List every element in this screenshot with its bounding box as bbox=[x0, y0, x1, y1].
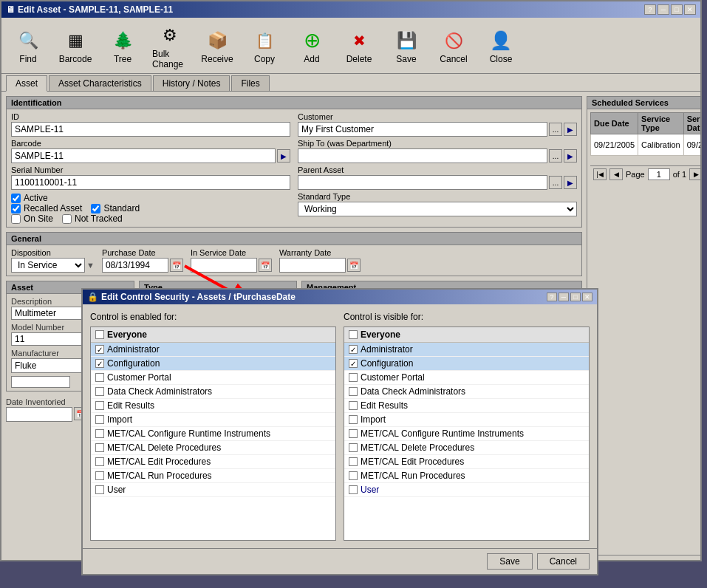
id-input[interactable] bbox=[11, 122, 290, 137]
list-item-user-enabled[interactable]: User bbox=[91, 483, 335, 497]
tab-characteristics[interactable]: Asset Characteristics bbox=[49, 75, 151, 91]
visible-everyone-checkbox[interactable] bbox=[349, 330, 358, 339]
list-item-user-visible[interactable]: User bbox=[344, 483, 589, 497]
admin-enabled-checkbox[interactable] bbox=[95, 345, 104, 354]
list-item-import-visible[interactable]: Import bbox=[344, 413, 589, 427]
modal-close-btn[interactable]: ✕ bbox=[582, 293, 592, 301]
find-button[interactable]: 🔍 Find bbox=[7, 24, 49, 67]
list-item-config-enabled[interactable]: Configuration bbox=[91, 357, 335, 371]
page-input[interactable] bbox=[648, 168, 670, 180]
disposition-select[interactable]: In Service bbox=[11, 258, 85, 273]
modal-save-btn[interactable]: Save bbox=[487, 553, 532, 570]
portal-visible-checkbox[interactable] bbox=[349, 373, 358, 382]
user-visible-checkbox[interactable] bbox=[349, 485, 358, 494]
import-visible-checkbox[interactable] bbox=[349, 415, 358, 424]
editresults-visible-checkbox[interactable] bbox=[349, 401, 358, 410]
list-item-metcal-edit-visible[interactable]: MET/CAL Edit Procedures bbox=[344, 455, 589, 469]
parent-input[interactable] bbox=[298, 175, 547, 190]
copy-button[interactable]: 📋 Copy bbox=[244, 24, 285, 67]
admin-visible-checkbox[interactable] bbox=[349, 345, 358, 354]
list-item-portal-enabled[interactable]: Customer Portal bbox=[91, 371, 335, 385]
modal-minimize-btn[interactable]: ─ bbox=[559, 293, 569, 301]
standard-type-select[interactable]: Working Reference bbox=[298, 202, 577, 216]
metcal-edit-enabled-checkbox[interactable] bbox=[95, 457, 104, 466]
asset-extra-input[interactable] bbox=[11, 376, 70, 388]
table-row[interactable]: 09/21/2005 Calibration 09/21/2004 365 Da… bbox=[591, 134, 701, 156]
list-item-import-enabled[interactable]: Import bbox=[91, 413, 335, 427]
nav-next-btn[interactable]: ▶ bbox=[689, 168, 700, 180]
close-button[interactable]: 👤 Close bbox=[480, 24, 522, 67]
recalled-checkbox[interactable] bbox=[11, 204, 21, 213]
config-visible-checkbox[interactable] bbox=[349, 359, 358, 368]
delete-button[interactable]: ✖ Delete bbox=[338, 24, 380, 67]
tab-files[interactable]: Files bbox=[231, 75, 269, 91]
metcal-run-visible-checkbox[interactable] bbox=[349, 471, 358, 480]
ship-to-nav-btn[interactable]: ▶ bbox=[564, 149, 577, 163]
close-btn[interactable]: ✕ bbox=[684, 4, 696, 15]
ship-to-browse-btn[interactable]: ... bbox=[549, 149, 562, 163]
serial-input[interactable] bbox=[11, 175, 290, 190]
not-tracked-checkbox[interactable] bbox=[62, 214, 72, 224]
user-enabled-checkbox[interactable] bbox=[95, 485, 104, 494]
tab-asset[interactable]: Asset bbox=[6, 75, 47, 92]
metcal-run-enabled-checkbox[interactable] bbox=[95, 471, 104, 480]
date-inventoried-input[interactable] bbox=[6, 407, 72, 422]
modal-maximize-btn[interactable]: □ bbox=[570, 293, 581, 301]
visible-list[interactable]: Everyone Administrator Configuration Cus… bbox=[344, 327, 590, 541]
list-item-config-visible[interactable]: Configuration bbox=[344, 357, 589, 371]
list-item-metcal-run-visible[interactable]: MET/CAL Run Procedures bbox=[344, 469, 589, 483]
warranty-input[interactable] bbox=[279, 258, 346, 273]
list-item-metcal-config-visible[interactable]: MET/CAL Configure Runtime Instruments bbox=[344, 427, 589, 441]
receive-button[interactable]: 📦 Receive bbox=[197, 24, 238, 67]
bulk-change-button[interactable]: ⚙ Bulk Change bbox=[149, 19, 191, 72]
active-checkbox[interactable] bbox=[11, 194, 21, 203]
parent-browse-btn[interactable]: ... bbox=[549, 176, 562, 189]
in-service-cal-btn[interactable]: 📅 bbox=[259, 259, 272, 272]
metcal-delete-visible-checkbox[interactable] bbox=[349, 443, 358, 452]
onsite-checkbox[interactable] bbox=[11, 214, 21, 224]
maximize-btn[interactable]: □ bbox=[671, 4, 683, 15]
metcal-edit-visible-checkbox[interactable] bbox=[349, 457, 358, 466]
list-item-portal-visible[interactable]: Customer Portal bbox=[344, 371, 589, 385]
config-enabled-checkbox[interactable] bbox=[95, 359, 104, 368]
customer-browse-btn[interactable]: ... bbox=[549, 123, 562, 136]
standard-checkbox[interactable] bbox=[91, 204, 100, 213]
list-item-editresults-visible[interactable]: Edit Results bbox=[344, 399, 589, 413]
editresults-enabled-checkbox[interactable] bbox=[95, 401, 104, 410]
list-item-datacheck-visible[interactable]: Data Check Administrators bbox=[344, 385, 589, 399]
add-button[interactable]: ⊕ Add bbox=[291, 24, 332, 67]
customer-input[interactable] bbox=[298, 122, 547, 137]
list-item-metcal-edit-enabled[interactable]: MET/CAL Edit Procedures bbox=[91, 455, 335, 469]
enabled-list[interactable]: Everyone Administrator Configuration Cus… bbox=[90, 327, 336, 541]
list-item-admin-enabled[interactable]: Administrator bbox=[91, 343, 335, 357]
barcode-nav-btn[interactable]: ▶ bbox=[277, 149, 290, 163]
help-btn[interactable]: ? bbox=[644, 4, 656, 15]
list-item-metcal-delete-visible[interactable]: MET/CAL Delete Procedures bbox=[344, 441, 589, 455]
tree-button[interactable]: 🌲 Tree bbox=[102, 24, 143, 67]
barcode-button[interactable]: ▦ Barcode bbox=[55, 24, 96, 67]
purchase-date-cal-btn[interactable]: 📅 bbox=[170, 259, 183, 272]
in-service-input[interactable] bbox=[191, 258, 257, 273]
modal-cancel-btn[interactable]: Cancel bbox=[537, 553, 590, 570]
minimize-btn[interactable]: ─ bbox=[658, 4, 669, 15]
metcal-config-enabled-checkbox[interactable] bbox=[95, 429, 104, 438]
tab-history[interactable]: History / Notes bbox=[153, 75, 230, 91]
warranty-cal-btn[interactable]: 📅 bbox=[347, 259, 361, 272]
cancel-button[interactable]: 🚫 Cancel bbox=[433, 24, 474, 67]
nav-first-btn[interactable]: |◀ bbox=[593, 168, 607, 180]
ship-to-input[interactable] bbox=[298, 148, 547, 163]
barcode-input[interactable] bbox=[11, 148, 276, 163]
enabled-everyone-checkbox[interactable] bbox=[95, 330, 104, 339]
save-button[interactable]: 💾 Save bbox=[386, 24, 427, 67]
customer-nav-btn[interactable]: ▶ bbox=[564, 123, 577, 136]
parent-nav-btn[interactable]: ▶ bbox=[564, 176, 577, 189]
list-item-metcal-config-enabled[interactable]: MET/CAL Configure Runtime Instruments bbox=[91, 427, 335, 441]
list-item-admin-visible[interactable]: Administrator bbox=[344, 343, 589, 357]
list-item-editresults-enabled[interactable]: Edit Results bbox=[91, 399, 335, 413]
metcal-config-visible-checkbox[interactable] bbox=[349, 429, 358, 438]
list-item-metcal-run-enabled[interactable]: MET/CAL Run Procedures bbox=[91, 469, 335, 483]
import-enabled-checkbox[interactable] bbox=[95, 415, 104, 424]
datacheck-visible-checkbox[interactable] bbox=[349, 387, 358, 396]
modal-help-btn[interactable]: ? bbox=[547, 293, 557, 301]
portal-enabled-checkbox[interactable] bbox=[95, 373, 104, 382]
